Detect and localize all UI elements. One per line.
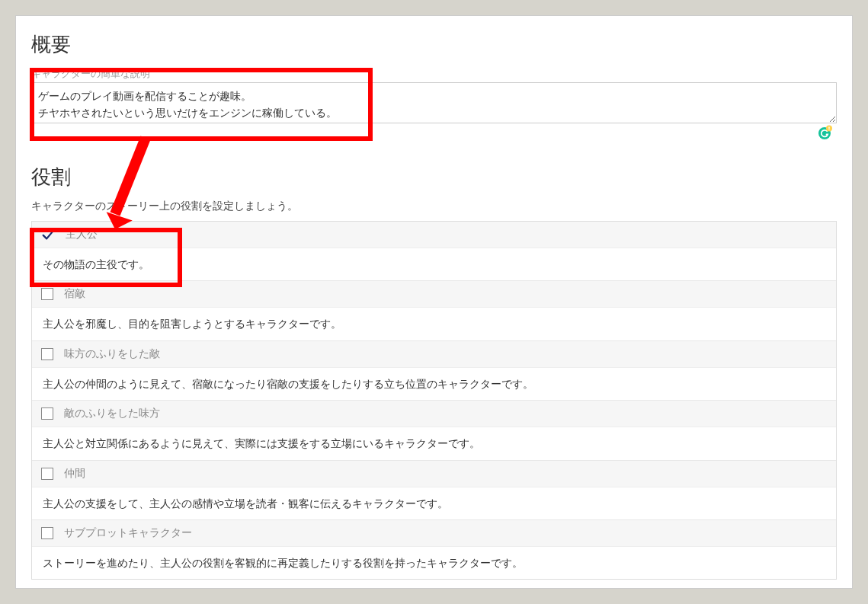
checkbox-unchecked-icon[interactable] <box>41 468 53 480</box>
role-header[interactable]: 宿敵 <box>32 281 836 308</box>
checkbox-unchecked-icon[interactable] <box>41 348 53 360</box>
role-list: 主人公その物語の主役です。宿敵主人公を邪魔し、目的を阻害しようとするキャラクター… <box>31 221 837 580</box>
role-name: 敵のふりをした味方 <box>64 407 160 420</box>
role-desc: ストーリーを進めたり、主人公の役割を客観的に再定義したりする役割を持ったキャラク… <box>32 547 836 579</box>
grammarly-icon <box>817 125 832 140</box>
role-header[interactable]: 仲間 <box>32 461 836 487</box>
role-desc: その物語の主役です。 <box>32 248 836 280</box>
role-name: サブプロットキャラクター <box>64 526 192 540</box>
role-desc: 主人公と対立関係にあるように見えて、実際には支援をする立場にいるキャラクターです… <box>32 427 836 459</box>
role-header[interactable]: サブプロットキャラクター <box>32 520 836 547</box>
role-desc: 主人公の支援をして、主人公の感情や立場を読者・観客に伝えるキャラクターです。 <box>32 487 836 519</box>
roles-description: キャラクターのストーリー上の役割を設定しましょう。 <box>31 200 837 213</box>
role-item: 宿敵主人公を邪魔し、目的を阻害しようとするキャラクターです。 <box>32 281 836 340</box>
role-item: 敵のふりをした味方主人公と対立関係にあるように見えて、実際には支援をする立場にい… <box>32 401 836 460</box>
overview-field-label: キャラクターの簡単な説明 <box>31 67 837 81</box>
overview-title: 概要 <box>31 31 837 58</box>
role-item: 主人公その物語の主役です。 <box>32 222 836 281</box>
svg-rect-3 <box>828 129 829 130</box>
role-desc: 主人公の仲間のように見えて、宿敵になったり宿敵の支援をしたりする立ち位置のキャラ… <box>32 368 836 400</box>
role-desc: 主人公を邪魔し、目的を阻害しようとするキャラクターです。 <box>32 308 836 340</box>
character-panel: 概要 キャラクターの簡単な説明 役割 キャラクターのストーリー上の役割を設定しま… <box>15 15 853 589</box>
overview-textarea-wrap <box>31 82 837 126</box>
role-name: 味方のふりをした敵 <box>64 347 160 361</box>
role-item: サブプロットキャラクターストーリーを進めたり、主人公の役割を客観的に再定義したり… <box>32 520 836 579</box>
roles-title: 役割 <box>31 164 837 190</box>
role-name: 宿敵 <box>64 287 85 301</box>
role-name: 仲間 <box>64 467 85 481</box>
checkbox-unchecked-icon[interactable] <box>41 527 53 539</box>
overview-textarea[interactable] <box>31 82 837 123</box>
role-header[interactable]: 味方のふりをした敵 <box>32 341 836 368</box>
role-header[interactable]: 敵のふりをした味方 <box>32 401 836 427</box>
svg-rect-2 <box>828 126 829 129</box>
role-name: 主人公 <box>66 228 98 241</box>
checkbox-unchecked-icon[interactable] <box>41 407 53 420</box>
role-item: 味方のふりをした敵主人公の仲間のように見えて、宿敵になったり宿敵の支援をしたりす… <box>32 341 836 401</box>
check-icon[interactable] <box>41 228 55 241</box>
role-header[interactable]: 主人公 <box>32 222 836 248</box>
checkbox-unchecked-icon[interactable] <box>41 288 53 300</box>
role-item: 仲間主人公の支援をして、主人公の感情や立場を読者・観客に伝えるキャラクターです。 <box>32 461 836 520</box>
